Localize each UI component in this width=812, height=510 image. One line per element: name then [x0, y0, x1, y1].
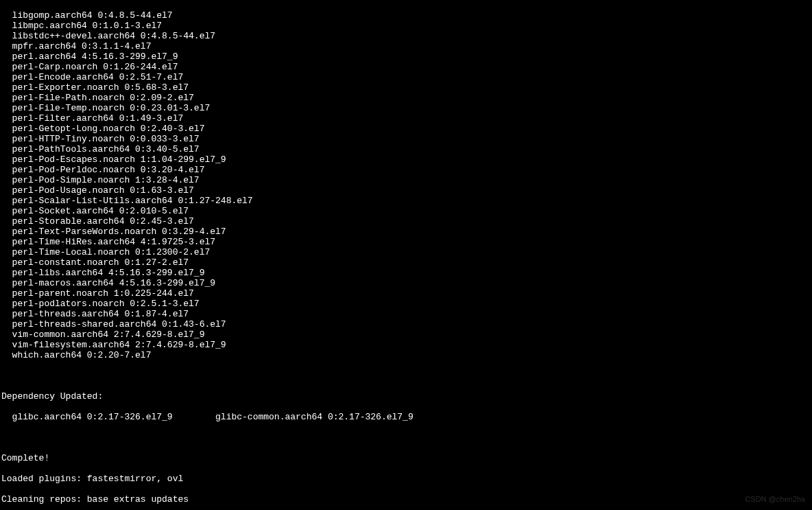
package-line: libmpc.aarch64 0:1.0.1-3.el7: [1, 21, 811, 31]
package-line: perl-Socket.aarch64 0:2.010-5.el7: [1, 206, 811, 216]
package-line: perl-Scalar-List-Utils.aarch64 0:1.27-24…: [1, 196, 811, 206]
package-line: perl-podlators.noarch 0:2.5.1-3.el7: [1, 299, 811, 309]
package-line: perl-Text-ParseWords.noarch 0:3.29-4.el7: [1, 227, 811, 237]
package-line: vim-filesystem.aarch64 2:7.4.629-8.el7_9: [1, 340, 811, 350]
blank-line: [1, 371, 811, 381]
watermark-text: CSDN @chen2ha: [745, 494, 805, 505]
terminal-output[interactable]: libgomp.aarch64 0:4.8.5-44.el7 libmpc.aa…: [0, 0, 812, 510]
package-line: perl-Exporter.noarch 0:5.68-3.el7: [1, 82, 811, 93]
package-line: perl-File-Path.noarch 0:2.09-2.el7: [1, 93, 811, 103]
complete-line: Complete!: [1, 453, 811, 463]
blank-line: [1, 432, 811, 443]
package-line: perl-File-Temp.noarch 0:0.23.01-3.el7: [1, 103, 811, 113]
cleaning-repos-line: Cleaning repos: base extras updates: [1, 494, 811, 505]
package-line: mpfr.aarch64 0:3.1.1-4.el7: [1, 41, 811, 51]
package-line: perl-Pod-Perldoc.noarch 0:3.20-4.el7: [1, 165, 811, 175]
package-line: perl-threads.aarch64 0:1.87-4.el7: [1, 309, 811, 319]
package-line: perl-Pod-Escapes.noarch 1:1.04-299.el7_9: [1, 154, 811, 165]
dependency-updated-line: glibc.aarch64 0:2.17-326.el7_9 glibc-com…: [1, 412, 811, 422]
package-line: which.aarch64 0:2.20-7.el7: [1, 350, 811, 360]
package-line: perl-Getopt-Long.noarch 0:2.40-3.el7: [1, 124, 811, 134]
package-line: libgomp.aarch64 0:4.8.5-44.el7: [1, 10, 811, 21]
package-line: perl-libs.aarch64 4:5.16.3-299.el7_9: [1, 268, 811, 278]
dependency-updated-header: Dependency Updated:: [1, 391, 811, 402]
package-line: perl-Storable.aarch64 0:2.45-3.el7: [1, 216, 811, 227]
package-line: perl-Pod-Usage.noarch 0:1.63-3.el7: [1, 185, 811, 196]
package-line: perl-Encode.aarch64 0:2.51-7.el7: [1, 72, 811, 82]
package-line: perl-constant.noarch 0:1.27-2.el7: [1, 257, 811, 268]
package-line: libstdc++-devel.aarch64 0:4.8.5-44.el7: [1, 31, 811, 41]
package-line: perl-Filter.aarch64 0:1.49-3.el7: [1, 113, 811, 124]
package-line: perl-HTTP-Tiny.noarch 0:0.033-3.el7: [1, 134, 811, 144]
package-line: perl-Time-HiRes.aarch64 4:1.9725-3.el7: [1, 237, 811, 247]
package-line: perl-PathTools.aarch64 0:3.40-5.el7: [1, 144, 811, 154]
package-line: perl-threads-shared.aarch64 0:1.43-6.el7: [1, 319, 811, 329]
package-line: perl-Pod-Simple.noarch 1:3.28-4.el7: [1, 175, 811, 185]
package-line: vim-common.aarch64 2:7.4.629-8.el7_9: [1, 329, 811, 340]
package-line: perl-Time-Local.noarch 0:1.2300-2.el7: [1, 247, 811, 257]
package-line: perl-macros.aarch64 4:5.16.3-299.el7_9: [1, 278, 811, 288]
package-line: perl-Carp.noarch 0:1.26-244.el7: [1, 62, 811, 72]
package-line: perl.aarch64 4:5.16.3-299.el7_9: [1, 51, 811, 62]
package-line: perl-parent.noarch 1:0.225-244.el7: [1, 288, 811, 299]
loaded-plugins-line: Loaded plugins: fastestmirror, ovl: [1, 474, 811, 484]
